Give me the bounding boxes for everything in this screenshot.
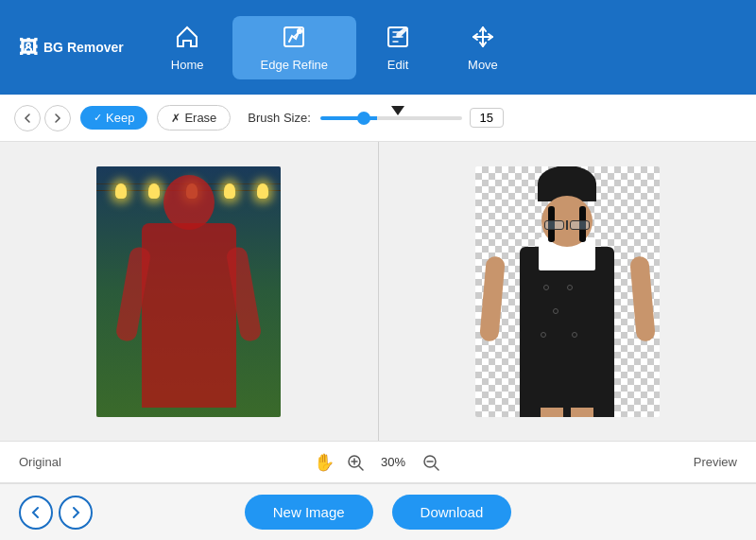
hand-tool-icon[interactable]: ✋ — [314, 452, 335, 473]
main-content — [0, 142, 756, 441]
toolbar: ✓ Keep ✗ Erase Brush Size: 15 — [0, 95, 756, 142]
next-button[interactable] — [59, 496, 93, 530]
erase-label: Erase — [184, 111, 216, 125]
nav-item-move[interactable]: Move — [439, 16, 526, 79]
preview-label: Preview — [694, 455, 737, 469]
move-label: Move — [468, 58, 498, 72]
edit-label: Edit — [387, 58, 408, 72]
brush-size-slider[interactable] — [320, 116, 462, 120]
logo-icon: 🖼 — [19, 37, 38, 59]
forward-button[interactable] — [44, 105, 71, 131]
original-label: Original — [19, 455, 61, 469]
keep-label: Keep — [106, 111, 134, 125]
new-image-button[interactable]: New Image — [245, 495, 373, 530]
brush-size-control: 15 — [320, 108, 504, 128]
nav-items: Home Edge Refine — [143, 16, 737, 79]
nav-item-edge-refine[interactable]: Edge Refine — [232, 16, 357, 79]
original-image — [96, 166, 281, 417]
edit-icon — [385, 24, 411, 54]
home-label: Home — [171, 58, 204, 72]
zoom-in-button[interactable] — [344, 451, 367, 474]
app-title: BG Remover — [43, 40, 124, 55]
erase-icon: ✗ — [171, 112, 180, 125]
home-icon — [174, 24, 200, 54]
brush-size-label: Brush Size: — [248, 111, 310, 125]
move-icon — [470, 24, 496, 54]
download-button[interactable]: Download — [392, 495, 512, 530]
erase-button[interactable]: ✗ Erase — [157, 105, 231, 131]
history-nav — [14, 105, 71, 131]
preview-panel — [379, 142, 757, 441]
nav-item-edit[interactable]: Edit — [356, 16, 439, 79]
header: 🖼 BG Remover Home Edge Refine — [0, 0, 756, 95]
app-logo: 🖼 BG Remover — [19, 37, 124, 59]
keep-check-icon: ✓ — [94, 112, 102, 124]
preview-image — [475, 166, 660, 417]
back-button[interactable] — [14, 105, 41, 131]
original-panel — [0, 142, 378, 441]
zoom-controls: ✋ 30% — [314, 451, 442, 474]
status-bar: Original ✋ 30% Preview — [0, 441, 756, 483]
zoom-value: 30% — [376, 455, 410, 469]
bottom-bar: New Image Download — [0, 483, 756, 540]
keep-button[interactable]: ✓ Keep — [80, 106, 147, 130]
prev-button[interactable] — [19, 496, 53, 530]
edge-refine-label: Edge Refine — [261, 58, 329, 72]
nav-item-home[interactable]: Home — [143, 16, 232, 79]
edge-refine-icon — [281, 24, 307, 54]
brush-size-value: 15 — [470, 108, 504, 128]
zoom-out-button[interactable] — [420, 451, 442, 474]
